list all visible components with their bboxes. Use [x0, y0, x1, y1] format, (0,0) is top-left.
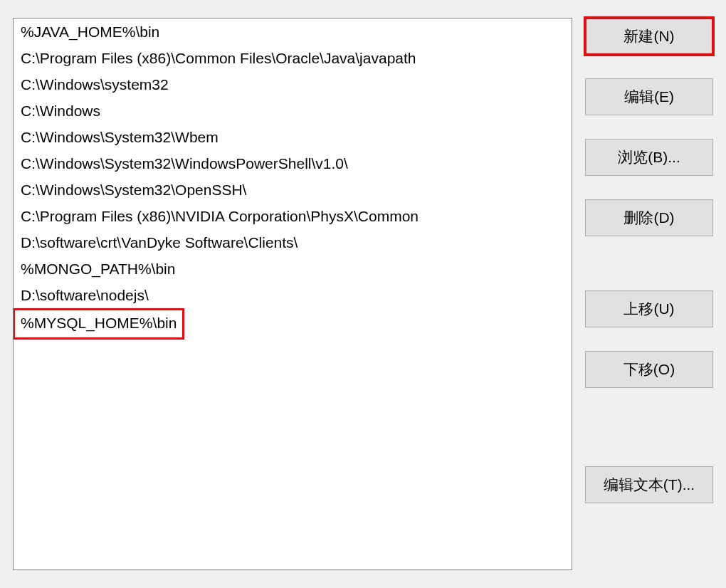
- list-item[interactable]: C:\Windows\System32\Wbem: [14, 124, 572, 150]
- move-up-button[interactable]: 上移(U): [585, 290, 713, 327]
- delete-button[interactable]: 删除(D): [585, 199, 713, 236]
- button-sidebar: 新建(N) 编辑(E) 浏览(B)... 删除(D) 上移(U) 下移(O) 编…: [585, 18, 713, 570]
- browse-button[interactable]: 浏览(B)...: [585, 139, 713, 176]
- list-item[interactable]: C:\Windows\System32\WindowsPowerShell\v1…: [14, 150, 572, 177]
- list-item[interactable]: D:\software\nodejs\: [14, 282, 572, 308]
- list-item[interactable]: C:\Program Files (x86)\Common Files\Orac…: [14, 45, 572, 71]
- edit-text-button[interactable]: 编辑文本(T)...: [585, 466, 713, 503]
- list-item[interactable]: C:\Program Files (x86)\NVIDIA Corporatio…: [14, 203, 572, 229]
- list-item[interactable]: C:\Windows\system32: [14, 71, 572, 98]
- path-listbox[interactable]: %JAVA_HOME%\bin C:\Program Files (x86)\C…: [13, 18, 572, 570]
- list-item[interactable]: C:\Windows\System32\OpenSSH\: [14, 177, 572, 203]
- list-item[interactable]: C:\Windows: [14, 98, 572, 124]
- list-item[interactable]: %MONGO_PATH%\bin: [14, 256, 572, 282]
- list-item[interactable]: D:\software\crt\VanDyke Software\Clients…: [14, 229, 572, 256]
- move-down-button[interactable]: 下移(O): [585, 351, 713, 388]
- edit-button[interactable]: 编辑(E): [585, 78, 713, 115]
- list-item-highlighted[interactable]: %MYSQL_HOME%\bin: [14, 309, 184, 339]
- list-item[interactable]: %JAVA_HOME%\bin: [14, 19, 572, 45]
- new-button[interactable]: 新建(N): [585, 18, 713, 55]
